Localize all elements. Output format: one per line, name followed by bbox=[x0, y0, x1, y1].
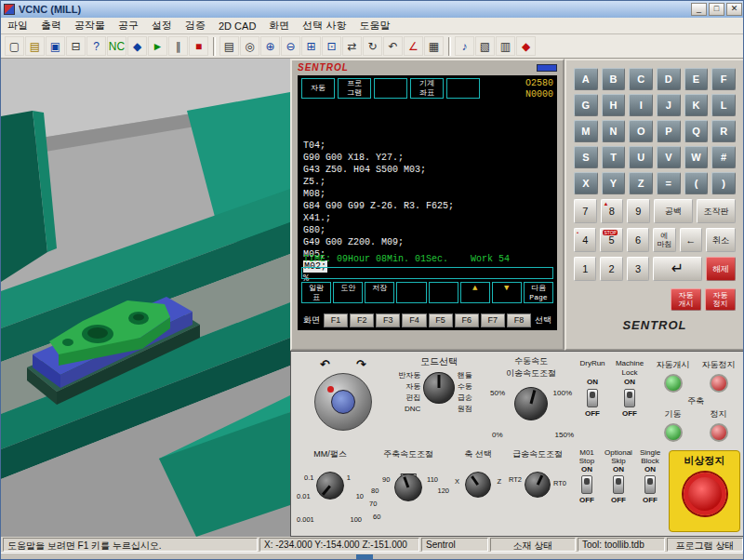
release-key[interactable]: 해제 bbox=[706, 257, 736, 281]
eob-key[interactable]: 에마침 bbox=[653, 228, 675, 252]
keypad-letter-key[interactable]: U bbox=[629, 146, 653, 168]
viewport-3d[interactable] bbox=[1, 59, 290, 537]
stop-icon[interactable]: ■ bbox=[189, 36, 208, 56]
open-project-icon[interactable]: ▤ bbox=[219, 36, 239, 56]
keypad-letter-key[interactable]: X bbox=[574, 172, 598, 194]
new-file-icon[interactable]: ▢ bbox=[5, 36, 24, 56]
keypad-letter-key[interactable]: K bbox=[684, 94, 709, 116]
key-9[interactable]: 9 bbox=[627, 199, 650, 223]
cycle-start-key[interactable]: 자동개시 bbox=[671, 288, 701, 311]
mm-pulse-knob[interactable] bbox=[316, 472, 344, 500]
axis-icon[interactable]: ∠ bbox=[404, 36, 423, 56]
zoom-window-icon[interactable]: ⊞ bbox=[301, 36, 321, 56]
capture-icon[interactable]: ◎ bbox=[240, 36, 259, 56]
spindle-override-knob[interactable] bbox=[394, 473, 422, 501]
keypad-letter-key[interactable]: M bbox=[574, 120, 598, 142]
block-toggle[interactable] bbox=[644, 475, 656, 494]
cycle-start-button[interactable] bbox=[664, 374, 683, 393]
function-key[interactable]: F2 bbox=[350, 313, 374, 327]
emergency-stop-button[interactable] bbox=[684, 473, 726, 515]
keypad-letter-key[interactable]: W bbox=[684, 146, 709, 168]
block-toggle[interactable] bbox=[613, 475, 624, 494]
dryrun-toggle[interactable] bbox=[587, 389, 598, 407]
rotate-view-icon[interactable]: ↻ bbox=[363, 36, 382, 56]
open-file-icon[interactable]: ▤ bbox=[25, 36, 45, 56]
keypad-letter-key[interactable]: Z bbox=[629, 172, 653, 194]
minimize-button[interactable]: _ bbox=[691, 3, 707, 16]
previous-view-icon[interactable]: ↶ bbox=[383, 36, 403, 56]
menu-item[interactable]: 검증 bbox=[179, 17, 212, 34]
menu-item[interactable]: 도움말 bbox=[352, 17, 396, 34]
function-key[interactable]: F6 bbox=[455, 313, 479, 327]
zoom-fit-icon[interactable]: ⊡ bbox=[322, 36, 341, 56]
keypad-letter-key[interactable]: G bbox=[574, 94, 598, 116]
keypad-letter-key[interactable]: B bbox=[602, 68, 626, 90]
keypad-letter-key[interactable]: Y bbox=[602, 172, 626, 194]
keypad-letter-key[interactable]: A bbox=[574, 68, 598, 90]
keypad-letter-key[interactable]: ) bbox=[711, 172, 736, 194]
function-key[interactable]: F7 bbox=[481, 313, 505, 327]
cycle-stop-button[interactable] bbox=[710, 374, 728, 393]
toolbox-icon[interactable]: ◆ bbox=[516, 36, 536, 56]
key-8[interactable]: ▲8 bbox=[601, 199, 624, 223]
simulate-icon[interactable]: ◆ bbox=[127, 36, 147, 56]
spindle-run-button[interactable] bbox=[664, 423, 683, 442]
rapid-override-knob[interactable] bbox=[525, 472, 551, 498]
key-7[interactable]: 7 bbox=[574, 199, 597, 223]
space-key[interactable]: 공백 bbox=[654, 199, 693, 223]
cancel-key[interactable]: 취소 bbox=[706, 228, 736, 252]
menu-item[interactable]: 2D CAD bbox=[212, 19, 262, 33]
spindle-halt-button[interactable] bbox=[710, 423, 728, 442]
key-2[interactable]: 2 bbox=[600, 257, 622, 281]
menu-item[interactable]: 공작물 bbox=[68, 17, 112, 34]
keypad-letter-key[interactable]: E bbox=[684, 68, 709, 90]
keypad-letter-key[interactable]: L bbox=[711, 94, 736, 116]
enter-key[interactable]: ↵ bbox=[653, 257, 702, 281]
menu-item[interactable]: 출력 bbox=[34, 17, 68, 34]
keypad-letter-key[interactable]: J bbox=[657, 94, 681, 116]
keypad-letter-key[interactable]: T bbox=[602, 146, 626, 168]
palette-icon[interactable]: ▧ bbox=[475, 36, 495, 56]
mode-select-knob[interactable] bbox=[423, 372, 454, 404]
keypad-letter-key[interactable]: P bbox=[657, 120, 681, 142]
keypad-letter-key[interactable]: S bbox=[574, 146, 598, 168]
zoom-out-icon[interactable]: ⊖ bbox=[281, 36, 300, 56]
keypad-letter-key[interactable]: = bbox=[657, 172, 681, 194]
menu-item[interactable]: 파일 bbox=[1, 17, 34, 34]
clipboard-icon[interactable]: ▥ bbox=[496, 36, 515, 56]
keypad-letter-key[interactable]: R bbox=[711, 120, 736, 142]
key-3[interactable]: 3 bbox=[627, 257, 649, 281]
block-toggle[interactable] bbox=[581, 475, 592, 494]
menu-item[interactable]: 공구 bbox=[112, 17, 145, 34]
sound-icon[interactable]: ♪ bbox=[455, 36, 474, 56]
menu-item[interactable]: 화면 bbox=[262, 17, 296, 34]
keypad-letter-key[interactable]: # bbox=[711, 146, 736, 168]
axis-select-knob[interactable] bbox=[465, 472, 491, 498]
maximize-button[interactable]: □ bbox=[709, 3, 724, 16]
function-key[interactable]: F8 bbox=[507, 313, 531, 327]
mdi-input-box[interactable] bbox=[301, 267, 553, 279]
function-key[interactable]: F3 bbox=[376, 313, 400, 327]
taskbar-item[interactable] bbox=[356, 554, 373, 560]
nc-code-icon[interactable]: NC bbox=[107, 36, 126, 56]
keypad-letter-key[interactable]: V bbox=[657, 146, 681, 168]
print-icon[interactable]: ⊟ bbox=[66, 36, 86, 56]
key-6[interactable]: 6 bbox=[627, 228, 649, 252]
backspace-key[interactable]: ← bbox=[680, 228, 702, 252]
operation-panel-key[interactable]: 조작판 bbox=[697, 199, 736, 223]
handwheel[interactable] bbox=[314, 373, 372, 431]
function-key[interactable]: F4 bbox=[402, 313, 426, 327]
wireframe-icon[interactable]: ▦ bbox=[424, 36, 444, 56]
pan-icon[interactable]: ⇄ bbox=[342, 36, 362, 56]
zoom-in-icon[interactable]: ⊕ bbox=[260, 36, 280, 56]
help-icon[interactable]: ? bbox=[86, 36, 106, 56]
pause-icon[interactable]: ∥ bbox=[168, 36, 188, 56]
key-1[interactable]: 1 bbox=[574, 257, 596, 281]
keypad-letter-key[interactable]: I bbox=[629, 94, 653, 116]
keypad-letter-key[interactable]: H bbox=[602, 94, 626, 116]
keypad-letter-key[interactable]: Q bbox=[684, 120, 709, 142]
function-key[interactable]: F5 bbox=[429, 313, 453, 327]
keypad-letter-key[interactable]: D bbox=[657, 68, 681, 90]
keypad-letter-key[interactable]: C bbox=[629, 68, 653, 90]
machine-lock-toggle[interactable] bbox=[624, 389, 635, 407]
